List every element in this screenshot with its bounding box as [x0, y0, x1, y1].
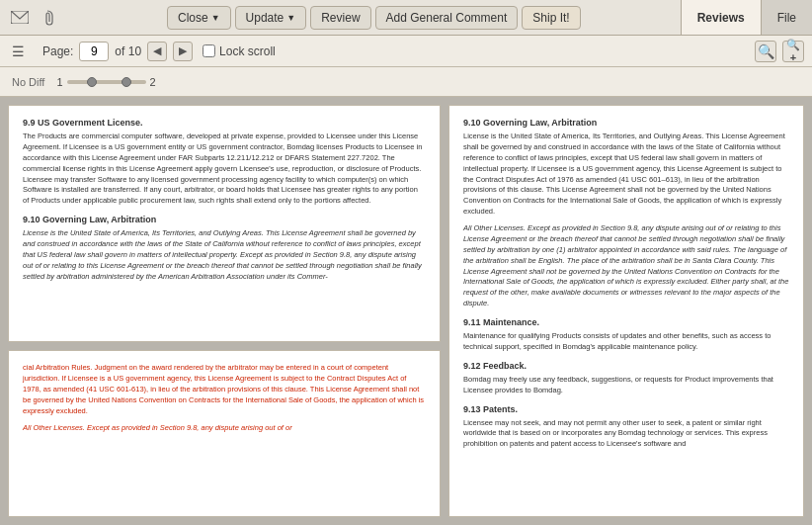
right-panel: 9.10 Governing Law, Arbitration License … — [448, 105, 804, 517]
lock-scroll-text: Lock scroll — [219, 44, 276, 58]
file-tab-label: File — [777, 11, 796, 25]
lock-scroll-label[interactable]: Lock scroll — [203, 44, 276, 58]
hamburger-icon[interactable]: ☰ — [8, 42, 29, 61]
diff-bar: No Diff 1 2 — [0, 67, 812, 97]
diff-num1: 1 — [56, 76, 62, 88]
section-9-9-text: The Products are commercial computer sof… — [23, 131, 426, 207]
diff-thumb2[interactable] — [122, 77, 131, 87]
update-arrow: ▼ — [286, 13, 295, 23]
top-toolbar: Close ▼ Update ▼ Review Add General Comm… — [0, 0, 812, 36]
section-9-10-title-left: 9.10 Governing Law, Arbitration — [23, 215, 426, 224]
add-comment-button[interactable]: Add General Comment — [375, 6, 519, 30]
next-page-button[interactable]: ▶ — [173, 42, 193, 61]
section-9-10-text-left: License is the United State of America, … — [23, 228, 426, 282]
attach-icon[interactable] — [38, 10, 57, 26]
left-page-container: 9.9 US Government License. The Products … — [8, 105, 441, 517]
toolbar-right: Reviews File — [681, 0, 812, 35]
left-page-bottom: cial Arbitration Rules. Judgment on the … — [8, 350, 441, 517]
close-button[interactable]: Close ▼ — [167, 6, 231, 30]
review-button[interactable]: Review — [310, 6, 370, 30]
right-section-9-10-title: 9.10 Governing Law, Arbitration — [463, 118, 789, 128]
diff-track — [67, 80, 146, 84]
zoom-out-button[interactable]: 🔍 — [755, 41, 776, 62]
right-section-9-10-para2: All Other Licenses. Except as provided i… — [463, 223, 789, 309]
update-button[interactable]: Update ▼ — [235, 6, 307, 30]
prev-page-button[interactable]: ◀ — [147, 42, 167, 61]
main-content: 9.9 US Government License. The Products … — [0, 97, 812, 525]
toolbar-center: Close ▼ Update ▼ Review Add General Comm… — [67, 0, 681, 35]
right-section-9-10-para1: License is the United State of America, … — [463, 131, 789, 218]
file-tab[interactable]: File — [761, 0, 812, 35]
review-label: Review — [321, 11, 360, 25]
right-section-9-11-text: Maintenance for qualifying Products cons… — [463, 331, 789, 353]
diff-thumb1[interactable] — [87, 77, 97, 87]
left-page-top: 9.9 US Government License. The Products … — [8, 105, 441, 342]
update-label: Update — [246, 11, 284, 25]
lock-scroll-checkbox[interactable] — [203, 44, 215, 57]
secondary-toolbar: ☰ Page: of 10 ◀ ▶ Lock scroll 🔍 🔍+ — [0, 36, 812, 67]
diff-label: No Diff — [12, 76, 44, 88]
ship-button[interactable]: Ship It! — [522, 6, 580, 30]
add-comment-label: Add General Comment — [386, 11, 508, 25]
ship-label: Ship It! — [532, 11, 569, 25]
section-9-9-title: 9.9 US Government License. — [23, 118, 426, 128]
right-section-9-13-text: Licensee may not seek, and may not permi… — [463, 418, 789, 451]
diff-slider[interactable]: 1 2 — [56, 76, 155, 88]
page-label: Page: — [42, 44, 73, 58]
page-of: of 10 — [115, 44, 141, 58]
right-section-9-12-title: 9.12 Feedback. — [463, 361, 789, 371]
toolbar-left — [0, 0, 67, 35]
bottom-text-red: cial Arbitration Rules. Judgment on the … — [23, 363, 426, 416]
right-section-9-13-title: 9.13 Patents. — [463, 404, 789, 414]
right-section-9-12-text: Bomdag may freely use any feedback, sugg… — [463, 375, 789, 396]
bottom-text-italic-red: All Other Licenses. Except as provided i… — [23, 423, 426, 434]
right-section-9-11-title: 9.11 Maintenance. — [463, 317, 789, 327]
close-label: Close — [178, 11, 208, 25]
close-arrow: ▼ — [211, 13, 220, 23]
reviews-tab[interactable]: Reviews — [681, 0, 761, 35]
reviews-tab-label: Reviews — [697, 11, 745, 25]
zoom-in-button[interactable]: 🔍+ — [782, 41, 804, 62]
email-icon[interactable] — [10, 10, 30, 26]
diff-num2: 2 — [150, 76, 156, 88]
page-input[interactable] — [79, 42, 109, 61]
